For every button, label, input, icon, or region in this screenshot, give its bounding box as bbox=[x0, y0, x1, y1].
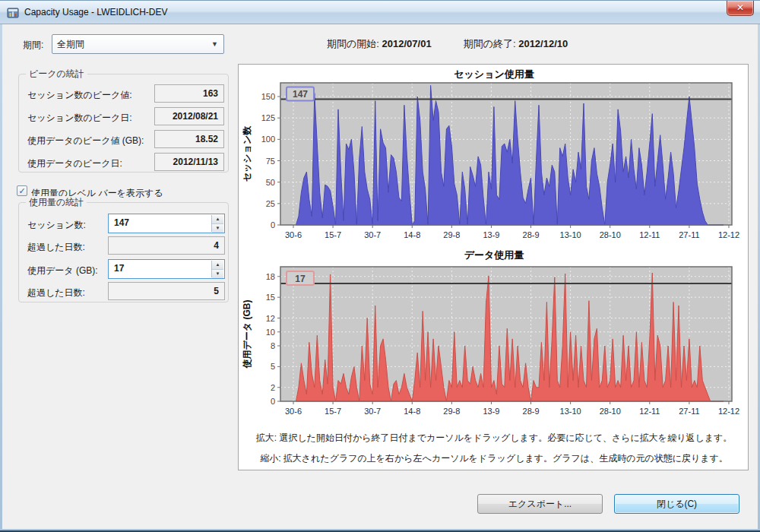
title-bar[interactable]: Capacity Usage - LWEIDLICH-DEV ✕ bbox=[0, 0, 760, 24]
usage-stats-legend: 使用量の統計 bbox=[26, 196, 87, 209]
window-frame-left bbox=[0, 24, 2, 529]
svg-text:15: 15 bbox=[266, 293, 275, 302]
svg-text:14-8: 14-8 bbox=[404, 230, 420, 239]
capacity-usage-dialog: Capacity Usage - LWEIDLICH-DEV ✕ 期間: 全期間… bbox=[0, 0, 760, 532]
svg-text:17: 17 bbox=[295, 274, 306, 284]
svg-text:29-8: 29-8 bbox=[443, 407, 460, 416]
svg-text:100: 100 bbox=[261, 135, 275, 144]
charts-panel: セッション使用量 025507510012515030-615-730-714-… bbox=[238, 64, 749, 470]
data-exceeded-field: 5 bbox=[108, 282, 225, 300]
svg-text:13-10: 13-10 bbox=[560, 230, 581, 239]
svg-text:28-10: 28-10 bbox=[600, 407, 621, 416]
peak-session-date-label: セッション数のピーク日: bbox=[27, 112, 132, 125]
spin-up-button[interactable]: ▲ bbox=[212, 215, 223, 224]
svg-text:18: 18 bbox=[266, 272, 275, 281]
svg-text:13-9: 13-9 bbox=[483, 230, 499, 239]
session-exceeded-field: 4 bbox=[108, 236, 225, 255]
spin-up-button[interactable]: ▲ bbox=[212, 261, 223, 270]
close-button[interactable]: ✕ bbox=[727, 1, 754, 16]
window-frame-bottom bbox=[0, 529, 760, 532]
svg-text:25: 25 bbox=[266, 199, 275, 208]
svg-text:使用データ (GB): 使用データ (GB) bbox=[242, 300, 252, 369]
svg-text:8: 8 bbox=[271, 341, 275, 350]
svg-text:0: 0 bbox=[271, 220, 275, 230]
svg-text:30-6: 30-6 bbox=[285, 230, 302, 239]
zoom-out-instruction: 縮小: 拡大されたグラフの上を右から左へカーソルをドラッグします。グラフは、生成… bbox=[246, 452, 742, 465]
svg-text:15-7: 15-7 bbox=[325, 407, 341, 416]
svg-text:0: 0 bbox=[271, 397, 275, 406]
data-exceeded-label: 超過した日数: bbox=[27, 287, 85, 299]
window-title: Capacity Usage - LWEIDLICH-DEV bbox=[24, 7, 168, 17]
peak-session-date-field: 2012/08/21 bbox=[154, 107, 224, 125]
svg-text:14-8: 14-8 bbox=[404, 407, 420, 416]
period-end-value: 2012/12/10 bbox=[518, 38, 568, 49]
svg-text:147: 147 bbox=[293, 89, 308, 100]
export-button[interactable]: エクスポート... bbox=[477, 494, 603, 514]
spin-down-button[interactable]: ▼ bbox=[212, 270, 223, 278]
data-gb-label: 使用データ (GB): bbox=[27, 264, 98, 277]
app-icon bbox=[7, 7, 19, 19]
svg-text:28-10: 28-10 bbox=[600, 230, 621, 239]
peak-data-value-label: 使用データのピーク値 (GB): bbox=[27, 135, 144, 147]
peak-session-value-label: セッション数のピーク値: bbox=[27, 89, 132, 102]
period-start-value: 2012/07/01 bbox=[382, 38, 432, 49]
svg-text:125: 125 bbox=[261, 113, 275, 122]
chevron-down-icon: ▼ bbox=[211, 40, 218, 48]
period-end-label: 期間の終了: bbox=[464, 38, 516, 49]
session-count-label: セッション数: bbox=[27, 219, 86, 232]
svg-text:セッション数: セッション数 bbox=[242, 125, 252, 182]
peak-data-date-field: 2012/11/13 bbox=[154, 153, 224, 171]
period-selected-value: 全期間 bbox=[57, 39, 84, 49]
svg-text:150: 150 bbox=[261, 92, 275, 101]
svg-text:2: 2 bbox=[271, 383, 275, 392]
svg-text:12-11: 12-11 bbox=[639, 230, 660, 239]
peak-session-value-field: 163 bbox=[154, 84, 224, 103]
peak-stats-legend: ピークの統計 bbox=[26, 68, 87, 81]
svg-text:28-9: 28-9 bbox=[523, 407, 540, 416]
period-select[interactable]: 全期間 ▼ bbox=[52, 34, 224, 54]
close-icon: ✕ bbox=[736, 2, 744, 13]
period-header: 期間の開始: 2012/07/01 期間の終了: 2012/12/10 bbox=[327, 37, 568, 51]
svg-text:27-11: 27-11 bbox=[679, 230, 699, 239]
svg-text:15-7: 15-7 bbox=[325, 230, 341, 239]
svg-text:28-9: 28-9 bbox=[523, 230, 540, 239]
svg-text:30-7: 30-7 bbox=[364, 407, 381, 416]
svg-text:30-7: 30-7 bbox=[364, 230, 381, 239]
svg-text:27-11: 27-11 bbox=[679, 407, 699, 416]
svg-text:12-12: 12-12 bbox=[718, 230, 739, 239]
svg-text:10: 10 bbox=[266, 328, 275, 337]
svg-text:13-9: 13-9 bbox=[483, 407, 499, 416]
svg-text:30-6: 30-6 bbox=[285, 407, 302, 416]
zoom-in-instruction: 拡大: 選択した開始日付から終了日付までカーソルをドラッグします。必要に応じて、… bbox=[246, 432, 742, 445]
data-usage-chart[interactable]: 02581012151830-615-730-714-829-813-928-9… bbox=[239, 264, 749, 423]
svg-text:12: 12 bbox=[266, 314, 275, 323]
data-gb-spinner[interactable]: 17 ▲ ▼ bbox=[108, 259, 225, 279]
svg-text:5: 5 bbox=[271, 362, 275, 371]
svg-text:13-10: 13-10 bbox=[560, 407, 581, 416]
period-label: 期間: bbox=[23, 39, 43, 52]
data-chart-title: データ使用量 bbox=[239, 249, 749, 262]
spin-down-button[interactable]: ▼ bbox=[212, 224, 223, 233]
svg-text:29-8: 29-8 bbox=[443, 230, 460, 239]
svg-text:50: 50 bbox=[266, 178, 275, 187]
session-count-spinner[interactable]: 147 ▲ ▼ bbox=[108, 214, 225, 233]
period-start-label: 期間の開始: bbox=[327, 38, 379, 49]
close-dialog-button[interactable]: 閉じる(C) bbox=[614, 494, 739, 514]
session-usage-chart[interactable]: 025507510012515030-615-730-714-829-813-9… bbox=[239, 80, 749, 247]
level-bar-checkbox[interactable]: ✓ bbox=[17, 185, 27, 196]
session-exceeded-label: 超過した日数: bbox=[27, 241, 85, 254]
svg-text:12-11: 12-11 bbox=[639, 407, 660, 416]
svg-text:75: 75 bbox=[266, 157, 275, 166]
peak-data-date-label: 使用データのピーク日: bbox=[27, 157, 122, 170]
svg-text:12-12: 12-12 bbox=[718, 407, 739, 416]
peak-data-value-field: 18.52 bbox=[154, 130, 224, 148]
check-icon: ✓ bbox=[18, 186, 25, 195]
